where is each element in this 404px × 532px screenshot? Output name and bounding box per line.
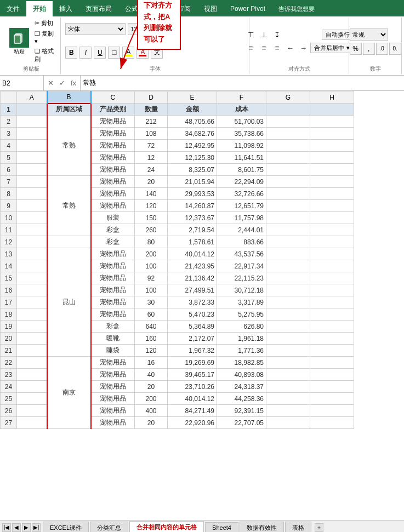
cell-h13[interactable] (310, 248, 354, 260)
cell-a3[interactable] (17, 128, 47, 140)
cell-b1[interactable]: 所属区域 (47, 104, 91, 116)
sheet-tab-validation[interactable]: 数据有效性 (240, 522, 284, 533)
cell-e10[interactable]: 12,373.67 (168, 212, 217, 224)
italic-button[interactable]: I (79, 47, 92, 59)
cell-d26[interactable]: 400 (135, 405, 168, 417)
paste-button[interactable]: 粘贴 (7, 25, 32, 58)
cell-g2[interactable] (266, 116, 310, 128)
cell-f15[interactable]: 22,115.23 (217, 272, 266, 284)
number-format-select[interactable]: 常规 (350, 28, 388, 41)
cell-e22[interactable]: 19,269.69 (168, 357, 217, 369)
cell-a12[interactable] (17, 236, 47, 248)
cell-f17[interactable]: 3,317.89 (217, 296, 266, 308)
cell-a21[interactable] (17, 345, 47, 357)
cell-h19[interactable] (310, 321, 354, 333)
wrap-text-button[interactable]: 自动换行 (322, 30, 354, 40)
format-painter-button[interactable]: ❏ 格式刷 (32, 47, 56, 64)
cell-c21[interactable]: 睡袋 (91, 345, 135, 357)
cell-c14[interactable]: 宠物用品 (91, 260, 135, 272)
cell-a17[interactable] (17, 296, 47, 308)
cell-c22[interactable]: 宠物用品 (91, 357, 135, 369)
cell-h2[interactable] (310, 116, 354, 128)
cell-d8[interactable]: 140 (135, 188, 168, 200)
col-header-d[interactable]: D (135, 91, 168, 104)
spreadsheet[interactable]: A B C D E F G H 1 所属区域 产品类别 数量 (0, 91, 404, 520)
cell-f14[interactable]: 22,917.34 (217, 260, 266, 272)
cell-g27[interactable] (266, 417, 310, 429)
cell-e1[interactable]: 金额 (168, 104, 217, 116)
tab-insert[interactable]: 插入 (53, 1, 79, 16)
cell-h16[interactable] (310, 284, 354, 296)
cell-g16[interactable] (266, 284, 310, 296)
cell-a19[interactable] (17, 321, 47, 333)
cell-f3[interactable]: 35,738.66 (217, 128, 266, 140)
copy-button[interactable]: ❑ 复制 ▾ (32, 29, 56, 45)
cell-e24[interactable]: 23,710.26 (168, 381, 217, 393)
cell-f10[interactable]: 11,757.98 (217, 212, 266, 224)
cell-a1[interactable] (17, 104, 47, 116)
merge-center-button[interactable]: 合并后居中 ▾ (310, 43, 353, 53)
cell-d13[interactable]: 200 (135, 248, 168, 260)
cell-g4[interactable] (266, 140, 310, 152)
cell-a20[interactable] (17, 333, 47, 345)
cell-h22[interactable] (310, 357, 354, 369)
cell-a23[interactable] (17, 369, 47, 381)
cell-g1[interactable] (266, 104, 310, 116)
decrease-decimal-button[interactable]: 0. (389, 43, 401, 55)
cell-e7[interactable]: 21,015.94 (168, 176, 217, 188)
cell-d19[interactable]: 640 (135, 321, 168, 333)
cell-a26[interactable] (17, 405, 47, 417)
cell-h14[interactable] (310, 260, 354, 272)
comma-button[interactable]: , (363, 43, 375, 55)
cell-a8[interactable] (17, 188, 47, 200)
insert-function-button[interactable]: fx (69, 79, 78, 87)
col-header-b[interactable]: B (47, 91, 91, 104)
col-header-e[interactable]: E (168, 91, 217, 104)
cell-g19[interactable] (266, 321, 310, 333)
cell-c16[interactable]: 宠物用品 (91, 284, 135, 296)
cell-f22[interactable]: 18,982.85 (217, 357, 266, 369)
cell-c19[interactable]: 彩盒 (91, 321, 135, 333)
sheet-tab-table[interactable]: 表格 (285, 522, 311, 533)
cell-e3[interactable]: 34,682.76 (168, 128, 217, 140)
cell-f16[interactable]: 30,712.18 (217, 284, 266, 296)
cell-d2[interactable]: 212 (135, 116, 168, 128)
cell-f1[interactable]: 成本 (217, 104, 266, 116)
cell-f26[interactable]: 92,391.15 (217, 405, 266, 417)
cell-f21[interactable]: 1,771.36 (217, 345, 266, 357)
cell-a27[interactable] (17, 417, 47, 429)
cell-f20[interactable]: 1,961.18 (217, 333, 266, 345)
increase-decimal-button[interactable]: .0 (376, 43, 388, 55)
cell-a24[interactable] (17, 381, 47, 393)
confirm-formula-button[interactable]: ✓ (58, 79, 67, 87)
tab-help[interactable]: 告诉我您想要 (272, 1, 321, 16)
cell-c25[interactable]: 宠物用品 (91, 393, 135, 405)
cell-c27[interactable]: 宠物用品 (91, 417, 135, 429)
cell-c20[interactable]: 暖靴 (91, 333, 135, 345)
tab-file[interactable]: 文件 (0, 1, 26, 16)
cell-c12[interactable]: 彩盒 (91, 236, 135, 248)
nav-first-button[interactable]: |◀ (2, 523, 11, 532)
cell-g8[interactable] (266, 188, 310, 200)
cell-c1[interactable]: 产品类别 (91, 104, 135, 116)
cell-d21[interactable]: 120 (135, 345, 168, 357)
cell-e15[interactable]: 21,136.42 (168, 272, 217, 284)
align-bottom-button[interactable]: ↧ (271, 29, 283, 41)
cell-f27[interactable]: 22,707.05 (217, 417, 266, 429)
cell-g12[interactable] (266, 236, 310, 248)
cell-g25[interactable] (266, 393, 310, 405)
cell-d6[interactable]: 24 (135, 164, 168, 176)
cell-g13[interactable] (266, 248, 310, 260)
col-header-c[interactable]: C (91, 91, 135, 104)
cell-e25[interactable]: 40,014.12 (168, 393, 217, 405)
increase-indent-button[interactable]: → (297, 42, 309, 54)
cell-g15[interactable] (266, 272, 310, 284)
cell-e6[interactable]: 8,325.07 (168, 164, 217, 176)
percent-button[interactable]: % (350, 43, 362, 55)
cell-a4[interactable] (17, 140, 47, 152)
cell-g10[interactable] (266, 212, 310, 224)
cell-f7[interactable]: 22,294.09 (217, 176, 266, 188)
cell-h8[interactable] (310, 188, 354, 200)
cell-h21[interactable] (310, 345, 354, 357)
cell-g21[interactable] (266, 345, 310, 357)
